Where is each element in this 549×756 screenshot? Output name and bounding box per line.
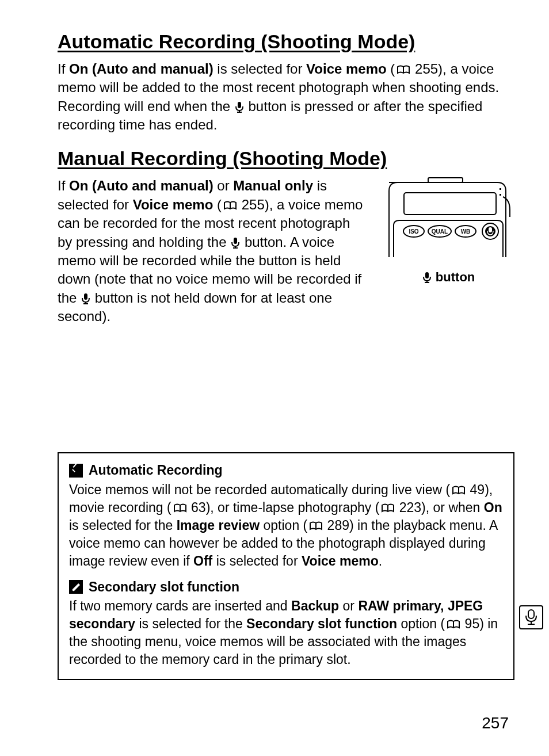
book-icon bbox=[174, 500, 186, 509]
wb-label: WB bbox=[461, 228, 471, 235]
svg-rect-16 bbox=[500, 194, 501, 196]
txt-bold: On (Auto and manual) bbox=[69, 178, 214, 193]
check-icon bbox=[69, 464, 83, 478]
book-icon bbox=[310, 518, 322, 527]
svg-rect-14 bbox=[489, 227, 492, 232]
camera-illustration: ISO QUAL WB bbox=[382, 177, 512, 263]
txt-bold: Voice memo bbox=[133, 197, 214, 212]
txt-bold: Backup bbox=[291, 598, 339, 613]
txt: is selected for bbox=[214, 61, 306, 77]
txt: is selected for the bbox=[69, 518, 177, 533]
svg-rect-17 bbox=[528, 610, 534, 618]
txt-bold: Manual only bbox=[233, 178, 313, 193]
svg-rect-15 bbox=[500, 188, 501, 190]
page-number: 257 bbox=[482, 712, 509, 734]
txt: option ( bbox=[397, 616, 445, 631]
txt: 223), or when bbox=[395, 500, 483, 515]
txt: If two memory cards are inserted and bbox=[69, 598, 291, 613]
book-icon bbox=[224, 197, 237, 206]
para-manual: If On (Auto and manual) or Manual only i… bbox=[58, 177, 368, 326]
book-icon bbox=[447, 616, 460, 625]
note1-heading: Automatic Recording bbox=[69, 461, 503, 479]
txt: button bbox=[432, 270, 475, 284]
mic-icon bbox=[231, 235, 239, 246]
heading-manual: Manual Recording (Shooting Mode) bbox=[58, 146, 514, 172]
txt-bold: Image review bbox=[177, 518, 260, 533]
txt: ( bbox=[387, 61, 395, 77]
txt: If bbox=[58, 61, 69, 77]
camera-figure-wrap: ISO QUAL WB button bbox=[382, 177, 514, 286]
txt: is selected for the bbox=[135, 616, 246, 631]
txt: 63), or time-lapse photography ( bbox=[188, 500, 380, 515]
txt: Automatic Recording bbox=[89, 461, 223, 479]
txt: button is not held down for at least one… bbox=[58, 290, 332, 324]
txt: ( bbox=[213, 197, 222, 212]
book-icon bbox=[397, 61, 410, 70]
txt: . bbox=[379, 553, 382, 568]
book-icon bbox=[382, 500, 394, 509]
qual-label: QUAL bbox=[432, 228, 448, 235]
txt: or bbox=[339, 598, 358, 613]
mic-icon bbox=[524, 609, 538, 626]
txt-bold: Voice memo bbox=[306, 61, 387, 77]
mic-icon bbox=[423, 270, 431, 281]
svg-rect-8 bbox=[428, 178, 463, 182]
notes-box: Automatic Recording Voice memos will not… bbox=[58, 452, 514, 680]
txt-bold: On (Auto and manual) bbox=[69, 61, 214, 77]
note2-body: If two memory cards are inserted and Bac… bbox=[69, 597, 503, 669]
mic-icon bbox=[235, 99, 243, 110]
mic-icon bbox=[82, 291, 90, 301]
svg-rect-7 bbox=[404, 193, 496, 215]
iso-label: ISO bbox=[409, 228, 418, 235]
txt: If bbox=[58, 178, 69, 193]
note2-heading: Secondary slot function bbox=[69, 578, 503, 596]
heading-automatic: Automatic Recording (Shooting Mode) bbox=[58, 29, 514, 55]
note1-body: Voice memos will not be recorded automat… bbox=[69, 481, 503, 570]
txt: option ( bbox=[260, 518, 307, 533]
txt: Voice memos will not be recorded automat… bbox=[69, 482, 450, 497]
txt: is selected for bbox=[212, 553, 302, 568]
txt-bold: Off bbox=[193, 553, 212, 568]
txt-bold: Secondary slot function bbox=[246, 616, 397, 631]
txt-bold: On bbox=[484, 500, 502, 515]
side-tab-mic bbox=[519, 605, 543, 629]
pencil-icon bbox=[69, 580, 83, 594]
txt: Secondary slot function bbox=[89, 578, 239, 596]
para-automatic: If On (Auto and manual) is selected for … bbox=[58, 60, 514, 135]
figure-caption: button bbox=[382, 269, 514, 286]
txt-bold: Voice memo bbox=[302, 553, 379, 568]
txt: or bbox=[214, 178, 234, 193]
book-icon bbox=[452, 482, 465, 491]
